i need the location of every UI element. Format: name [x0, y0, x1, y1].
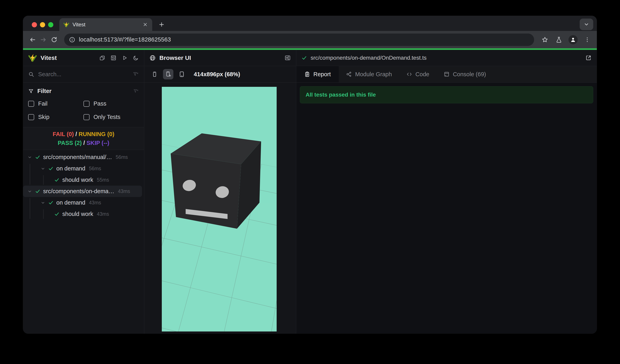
chevron-down-icon[interactable]: [27, 189, 32, 194]
filter-checkbox-only-tests[interactable]: Only Tests: [83, 114, 139, 120]
menu-kebab-icon[interactable]: [583, 35, 592, 44]
device-tablet-button[interactable]: [177, 69, 187, 79]
device-phone-small-button[interactable]: [149, 69, 160, 79]
sidebar-header: Vitest: [23, 50, 144, 66]
clear-filter-icon[interactable]: [133, 71, 139, 77]
test-viewport[interactable]: [162, 87, 277, 332]
test-tree: src/components/manual/… 56ms on demand 5…: [23, 150, 144, 334]
dashboard-icon[interactable]: [110, 55, 116, 61]
tab-report[interactable]: Report: [296, 66, 339, 82]
minimize-window-button[interactable]: [40, 22, 45, 27]
device-phone-add-button[interactable]: [163, 69, 173, 79]
browser-ui-header: Browser UI: [144, 50, 296, 66]
tree-row-suite[interactable]: on demand 43ms: [23, 197, 144, 208]
url-bar[interactable]: localhost:5173/#/?file=1828625563: [64, 33, 534, 46]
tree-row-suite[interactable]: on demand 56ms: [23, 163, 144, 174]
pass-count: PASS (2): [58, 140, 82, 146]
browser-ui-title: Browser UI: [159, 55, 191, 61]
checkbox-icon: [28, 114, 34, 120]
report-panel: src/components/on-demand/OnDemand.test.t…: [296, 50, 597, 334]
clear-filter-icon[interactable]: [133, 88, 139, 94]
filter-funnel-icon: [28, 88, 34, 94]
experiments-flask-icon[interactable]: [555, 35, 563, 44]
tab-title: Vitest: [73, 22, 139, 28]
report-icon: [304, 71, 310, 77]
device-toolbar: 414x896px (68%): [144, 66, 296, 83]
summary-line-2: PASS (2)/SKIP (--): [23, 138, 144, 147]
browser-window: Vitest localhost:5173/#/?file=1828625563: [23, 16, 597, 334]
robot-cube: [170, 133, 261, 229]
code-icon: [406, 71, 412, 77]
run-all-icon[interactable]: [122, 55, 128, 61]
tab-code[interactable]: Code: [399, 66, 436, 82]
tab-close-icon[interactable]: [142, 22, 148, 28]
duration: 43ms: [97, 211, 109, 217]
reload-icon[interactable]: [50, 35, 59, 44]
skip-count: SKIP (--): [87, 140, 109, 146]
report-content: All tests passed in this file: [296, 83, 597, 334]
duration: 56ms: [89, 166, 101, 171]
report-header: src/components/on-demand/OnDemand.test.t…: [296, 50, 597, 66]
filter-checkbox-pass[interactable]: Pass: [83, 100, 139, 107]
toolbar-actions: [541, 35, 592, 44]
checkbox-icon: [83, 101, 90, 107]
vitest-logo-icon: [28, 54, 37, 62]
filter-checkbox-fail[interactable]: Fail: [28, 100, 83, 107]
report-tabs: Report Module Graph Code: [296, 66, 597, 83]
checkbox-icon: [28, 101, 34, 107]
pass-check-icon: [48, 200, 54, 205]
tree-row-file[interactable]: src/components/manual/… 56ms: [23, 151, 144, 163]
sidebar: Vitest: [23, 50, 144, 334]
url-text: localhost:5173/#/?file=1828625563: [79, 36, 171, 43]
collapse-tests-icon[interactable]: [99, 55, 105, 61]
indent-guide: [30, 198, 30, 219]
new-tab-button[interactable]: [157, 20, 166, 29]
profile-avatar[interactable]: [569, 35, 578, 44]
close-window-button[interactable]: [32, 22, 37, 27]
fail-count: FAIL (0): [53, 131, 74, 137]
threejs-scene: [162, 87, 277, 332]
module-graph-icon: [346, 71, 352, 77]
tab-console[interactable]: Console (69): [436, 66, 493, 82]
search-icon: [28, 71, 34, 77]
open-external-icon[interactable]: [585, 55, 592, 61]
tree-row-test[interactable]: should work 43ms: [23, 208, 144, 220]
vitest-favicon: [63, 22, 69, 28]
bookmark-star-icon[interactable]: [541, 35, 549, 44]
forward-icon[interactable]: [39, 35, 48, 44]
site-info-icon[interactable]: [69, 37, 75, 43]
test-file-path: src/components/on-demand/OnDemand.test.t…: [310, 55, 427, 61]
dock-panel-right-icon[interactable]: [284, 55, 291, 61]
chevron-down-icon[interactable]: [41, 200, 45, 205]
filter-checkbox-skip[interactable]: Skip: [28, 114, 83, 120]
maximize-window-button[interactable]: [48, 22, 53, 27]
chevron-down-icon[interactable]: [41, 166, 45, 171]
test-progress-bar: [23, 48, 597, 50]
viewport-size-label: 414x896px (68%): [194, 71, 240, 78]
pass-check-icon: [54, 211, 60, 217]
pass-check-icon: [48, 166, 54, 171]
test-summary: FAIL (0)/RUNNING (0) PASS (2)/SKIP (--): [23, 127, 144, 150]
vitest-ui: Vitest: [23, 50, 597, 334]
search-input[interactable]: [38, 71, 133, 78]
tree-row-file-selected[interactable]: src/components/on-dema… 43ms: [23, 186, 142, 197]
preview-area: [144, 83, 296, 334]
browser-tabstrip: Vitest: [23, 16, 597, 31]
indent-guide: [43, 209, 44, 219]
browser-tab[interactable]: Vitest: [59, 18, 152, 31]
pass-check-icon: [35, 154, 40, 160]
search-row: [23, 66, 144, 83]
summary-line-1: FAIL (0)/RUNNING (0): [23, 130, 144, 138]
back-icon[interactable]: [28, 35, 37, 44]
window-controls: [32, 22, 53, 27]
chevron-down-icon[interactable]: [27, 155, 32, 160]
duration: 55ms: [97, 177, 109, 183]
pass-check-icon: [35, 189, 40, 194]
dark-mode-moon-icon[interactable]: [133, 55, 139, 61]
browser-ui-panel: Browser UI 414x896px (68%): [144, 50, 296, 334]
pass-check-icon: [54, 177, 60, 183]
tree-row-test[interactable]: should work 55ms: [23, 174, 144, 186]
filter-section: Filter Fail Pass: [23, 83, 144, 127]
tab-search-button[interactable]: [580, 19, 593, 30]
tab-module-graph[interactable]: Module Graph: [339, 66, 399, 82]
